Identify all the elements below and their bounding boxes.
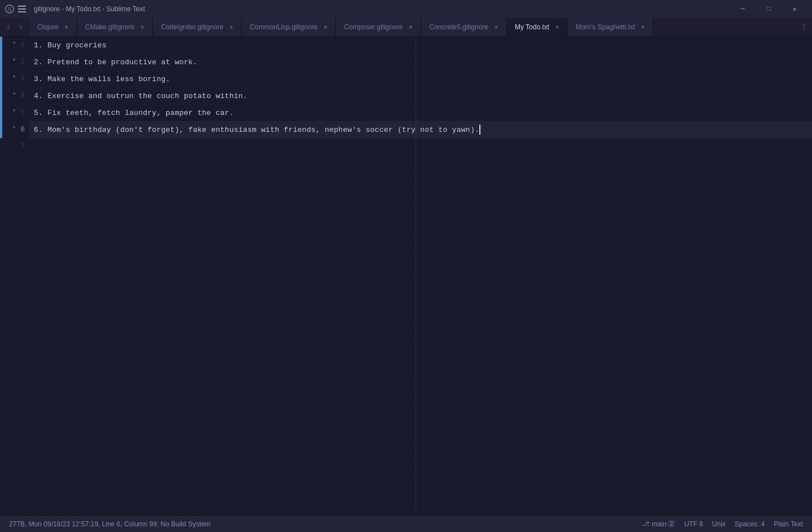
tab-close-composer[interactable]: × — [406, 23, 415, 32]
svg-text:S: S — [8, 7, 11, 13]
tab-momspaghetti[interactable]: Mom's Spaghetti.txt× — [568, 18, 654, 36]
modified-indicator-1 — [0, 37, 2, 54]
gutter-line-4: *4 — [0, 87, 29, 104]
tab-concrete5[interactable]: Concrete5.gitignore× — [421, 18, 507, 36]
file-info[interactable]: 277B, Mon 09/18/23 12:57:19, Line 6, Col… — [5, 516, 215, 533]
tab-close-concrete5[interactable]: × — [492, 23, 501, 32]
line-number-2: 2 — [20, 58, 25, 66]
code-line-7[interactable] — [29, 138, 812, 155]
branch-name: main — [652, 520, 667, 528]
syntax-status[interactable]: Plain Text — [769, 516, 807, 533]
line-number-4: 4 — [20, 92, 25, 100]
tab-label-composer: Composer.gitignore — [344, 23, 403, 31]
tab-composer[interactable]: Composer.gitignore× — [336, 18, 421, 36]
code-line-5[interactable]: 5. Fix teeth, fetch laundry, pamper the … — [29, 104, 812, 121]
tab-label-concrete5: Concrete5.gitignore — [429, 23, 488, 31]
gutter-line-5: *5 — [0, 104, 29, 121]
editor[interactable]: *1*2*3*4*5*67 1. Buy groceries2. Pretend… — [0, 37, 812, 515]
line-number-7: 7 — [20, 143, 25, 150]
nav-arrows: ‹ › — [0, 18, 29, 36]
app-icon: S — [5, 4, 15, 14]
tab-label-clojure: Clojure — [37, 23, 59, 31]
modified-indicator-5 — [0, 104, 2, 121]
tab-cmake[interactable]: CMake.gitignore× — [77, 18, 153, 36]
branch-count: 2 — [668, 520, 676, 527]
line-ending-status[interactable]: Unix — [708, 516, 730, 533]
branch-icon: ⎇ — [642, 520, 650, 527]
tab-close-commonlisp[interactable]: × — [321, 23, 330, 32]
title-bar: S gitignore - My Todo.txt - Sublime Text… — [0, 0, 812, 18]
tab-close-codeigniter[interactable]: × — [227, 23, 236, 32]
gutter-line-6: *6 — [0, 121, 29, 138]
tab-clojure[interactable]: Clojure× — [29, 18, 77, 36]
modified-star-4: * — [12, 91, 16, 100]
branch-status[interactable]: ⎇ main 2 — [638, 516, 680, 533]
tab-close-momspaghetti[interactable]: × — [638, 23, 647, 32]
tab-mytodo[interactable]: My Todo.txt× — [507, 18, 568, 36]
tab-label-commonlisp: CommonLisp.gitignore — [250, 23, 317, 31]
line-number-1: 1 — [20, 41, 25, 49]
gutter-line-2: *2 — [0, 54, 29, 70]
tab-commonlisp[interactable]: CommonLisp.gitignore× — [242, 18, 336, 36]
gutter-line-1: *1 — [0, 37, 29, 54]
encoding-status[interactable]: UTF 8 — [679, 516, 707, 533]
window-title: gitignore - My Todo.txt - Sublime Text — [34, 5, 730, 13]
close-button[interactable]: ✕ — [782, 0, 807, 18]
modified-star-1: * — [12, 41, 16, 50]
code-line-6[interactable]: 6. Mom's birthday (don't forget), fake e… — [29, 121, 812, 138]
modified-star-6: * — [12, 125, 16, 134]
modified-star-3: * — [12, 74, 16, 83]
tab-label-codeigniter: CodeIgniter.gitignore — [161, 23, 223, 31]
tab-overflow-button[interactable]: ⋮ — [796, 18, 812, 36]
maximize-button[interactable]: □ — [756, 0, 782, 18]
code-line-3[interactable]: 3. Make the walls less boring. — [29, 70, 812, 87]
hamburger-menu[interactable] — [18, 3, 29, 15]
tab-close-clojure[interactable]: × — [62, 23, 71, 32]
line-number-3: 3 — [20, 75, 25, 83]
tab-label-momspaghetti: Mom's Spaghetti.txt — [576, 23, 635, 31]
code-area[interactable]: 1. Buy groceries2. Pretend to be product… — [29, 37, 812, 515]
gutter-line-3: *3 — [0, 70, 29, 87]
line-text-6: 6. Mom's birthday (don't forget), fake e… — [34, 126, 479, 134]
indent-status[interactable]: Spaces: 4 — [730, 516, 769, 533]
tab-close-mytodo[interactable]: × — [553, 23, 562, 32]
back-button[interactable]: ‹ — [2, 21, 15, 33]
code-line-2[interactable]: 2. Pretend to be productive at work. — [29, 54, 812, 70]
modified-indicator-4 — [0, 87, 2, 104]
gutter-line-7: 7 — [0, 138, 29, 155]
modified-indicator-2 — [0, 54, 2, 70]
code-line-4[interactable]: 4. Exercise and outrun the couch potato … — [29, 87, 812, 104]
modified-indicator-3 — [0, 70, 2, 87]
tab-codeigniter[interactable]: CodeIgniter.gitignore× — [153, 18, 242, 36]
cursor — [479, 125, 480, 135]
forward-button[interactable]: › — [15, 21, 27, 33]
gutter: *1*2*3*4*5*67 — [0, 37, 29, 515]
window-controls: ─ □ ✕ — [730, 0, 807, 18]
tab-bar: ‹ › Clojure×CMake.gitignore×CodeIgniter.… — [0, 18, 812, 37]
modified-star-5: * — [12, 108, 16, 117]
status-bar: 277B, Mon 09/18/23 12:57:19, Line 6, Col… — [0, 515, 812, 532]
tab-label-cmake: CMake.gitignore — [85, 23, 134, 31]
line-number-6: 6 — [20, 126, 25, 134]
modified-indicator-6 — [0, 121, 2, 138]
code-line-1[interactable]: 1. Buy groceries — [29, 37, 812, 54]
line-number-5: 5 — [20, 109, 25, 117]
tab-close-cmake[interactable]: × — [138, 23, 147, 32]
minimize-button[interactable]: ─ — [730, 0, 756, 18]
tab-label-mytodo: My Todo.txt — [515, 23, 549, 31]
modified-star-2: * — [12, 57, 16, 66]
